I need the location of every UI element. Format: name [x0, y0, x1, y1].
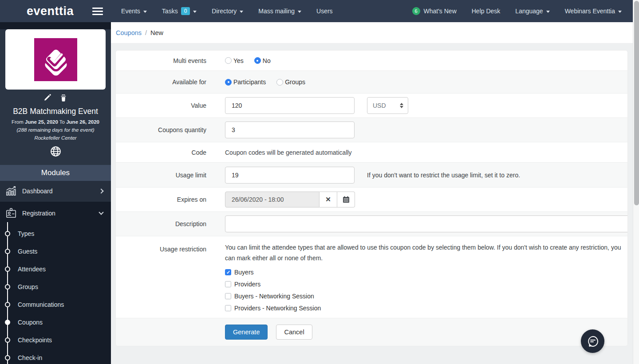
- radio-icon: [225, 79, 232, 86]
- page-scrollbar[interactable]: [633, 0, 639, 364]
- scrollbar-thumb[interactable]: [634, 1, 639, 205]
- checkbox-icon: [225, 269, 231, 275]
- field-label: Usage restriction: [116, 236, 206, 253]
- top-navbar: eventtia Events Tasks0 Directory Mass ma…: [0, 0, 639, 22]
- caret-down-icon: [143, 11, 147, 13]
- select-spinner-icon: [400, 103, 403, 108]
- nav-tasks[interactable]: Tasks0: [154, 7, 204, 15]
- breadcrumb-coupons-link[interactable]: Coupons: [116, 29, 142, 36]
- nav-events[interactable]: Events: [114, 8, 154, 15]
- sidebar-item-types[interactable]: Types: [0, 225, 111, 243]
- chat-bubble-icon: [586, 335, 600, 348]
- quantity-input[interactable]: [225, 121, 355, 138]
- available-for-row: Available for Participants Groups: [116, 71, 627, 94]
- sidebar-item-registration[interactable]: Registration: [0, 202, 111, 225]
- usage-limit-input[interactable]: [225, 167, 355, 184]
- nav-whats-new[interactable]: 6What's New: [405, 7, 464, 15]
- modules-header: Modules: [0, 165, 111, 181]
- sidebar-item-checkpoints[interactable]: Checkpoints: [0, 331, 111, 349]
- event-summary: B2B Matchmaking Event From June 25, 2020…: [0, 29, 111, 165]
- bullet-icon: [5, 320, 10, 325]
- expires-on-row: Expires on 26/06/2020 - 18:00 ✕: [116, 188, 627, 212]
- value-row: Value USD: [116, 94, 627, 118]
- usage-limit-hint: If you don't want to restrict the usage …: [367, 172, 520, 179]
- calendar-button[interactable]: [337, 192, 355, 207]
- bullet-icon: [5, 231, 10, 236]
- multi-events-row: Multi events Yes No: [116, 51, 627, 71]
- edit-pencil-icon[interactable]: [43, 94, 51, 102]
- multi-events-yes-radio[interactable]: Yes: [225, 57, 244, 64]
- field-label: Multi events: [116, 57, 206, 64]
- sidebar-item-label: Dashboard: [22, 188, 99, 195]
- clear-date-button[interactable]: ✕: [320, 192, 337, 207]
- sidebar-item-attendees[interactable]: Attendees: [0, 260, 111, 278]
- x-icon: ✕: [325, 196, 331, 204]
- sidebar-item-groups[interactable]: Groups: [0, 278, 111, 296]
- multi-events-no-radio[interactable]: No: [254, 57, 271, 64]
- chat-widget-button[interactable]: [581, 329, 604, 353]
- dashboard-chart-icon: [5, 185, 17, 197]
- registration-submenu: Types Guests Attendees Groups Communicat…: [0, 225, 111, 364]
- sidebar-item-coupons[interactable]: Coupons: [0, 313, 111, 331]
- checkbox-providers-networking-session[interactable]: Providers - Networking Session: [225, 305, 622, 312]
- tasks-count-badge: 0: [181, 7, 190, 15]
- caret-down-icon: [546, 11, 550, 13]
- description-row: Description: [116, 212, 627, 236]
- field-label: Available for: [116, 78, 206, 86]
- secondary-nav: 6What's New Help Desk Language Webinars …: [405, 7, 630, 15]
- value-input[interactable]: [225, 97, 355, 114]
- cancel-button[interactable]: Cancel: [276, 325, 312, 340]
- nav-webinars-eventtia[interactable]: Webinars Eventtia: [557, 8, 629, 15]
- field-label: Expires on: [116, 196, 206, 203]
- main-nav: Events Tasks0 Directory Mass mailing Use…: [114, 7, 340, 15]
- delete-trash-icon[interactable]: [59, 94, 67, 102]
- sidebar-item-communications[interactable]: Communications: [0, 296, 111, 313]
- sidebar-item-label: Registration: [22, 210, 99, 217]
- event-remaining-days: (288 remaining days for the event): [16, 127, 94, 133]
- checkbox-providers[interactable]: Providers: [225, 281, 622, 288]
- checkbox-icon: [225, 305, 231, 311]
- bullet-icon: [5, 337, 10, 343]
- bullet-icon: [5, 266, 10, 272]
- checkbox-buyers-networking-session[interactable]: Buyers - Networking Session: [225, 293, 622, 300]
- currency-select[interactable]: USD: [367, 97, 408, 114]
- usage-restriction-help: You can limit the attendee types that ar…: [225, 243, 622, 264]
- available-for-participants-radio[interactable]: Participants: [225, 78, 266, 86]
- sidebar-item-check-in[interactable]: Check-in: [0, 349, 111, 364]
- chevron-right-icon: [99, 188, 103, 193]
- event-end-date: June 26, 2020: [66, 119, 99, 125]
- whats-new-count-badge: 6: [412, 7, 420, 15]
- sidebar-item-dashboard[interactable]: Dashboard: [0, 181, 111, 202]
- description-input[interactable]: [225, 215, 628, 232]
- nav-help-desk[interactable]: Help Desk: [464, 8, 508, 15]
- breadcrumb-current: New: [150, 29, 163, 36]
- nav-mass-mailing[interactable]: Mass mailing: [251, 8, 309, 15]
- event-logo-card: [5, 29, 106, 90]
- bullet-icon: [5, 284, 10, 290]
- code-row: Code Coupon codes will be generated auto…: [116, 142, 627, 163]
- registration-badge-icon: [5, 207, 17, 219]
- hamburger-menu-icon[interactable]: [92, 6, 103, 17]
- nav-language[interactable]: Language: [508, 8, 557, 15]
- main-content: Coupons / New Multi events Yes No Availa…: [111, 22, 633, 364]
- event-start-date: June 25, 2020: [25, 119, 58, 125]
- bullet-icon: [5, 355, 10, 360]
- checkbox-buyers[interactable]: Buyers: [225, 269, 622, 276]
- field-label: Coupons quantity: [116, 126, 206, 133]
- field-label: Usage limit: [116, 172, 206, 179]
- usage-limit-row: Usage limit If you don't want to restric…: [116, 163, 627, 188]
- sidebar-item-guests[interactable]: Guests: [0, 243, 111, 260]
- breadcrumb: Coupons / New: [111, 22, 633, 43]
- calendar-icon: [343, 196, 350, 203]
- nav-directory[interactable]: Directory: [204, 8, 251, 15]
- caret-down-icon: [240, 11, 243, 13]
- field-label: Code: [116, 149, 206, 156]
- nav-users[interactable]: Users: [309, 8, 340, 15]
- expires-on-input[interactable]: 26/06/2020 - 18:00: [225, 192, 320, 207]
- globe-icon[interactable]: [50, 146, 61, 157]
- field-label: Description: [116, 220, 206, 227]
- generate-button[interactable]: Generate: [225, 325, 268, 340]
- bullet-icon: [5, 302, 10, 307]
- bullet-icon: [5, 249, 10, 254]
- available-for-groups-radio[interactable]: Groups: [276, 78, 305, 86]
